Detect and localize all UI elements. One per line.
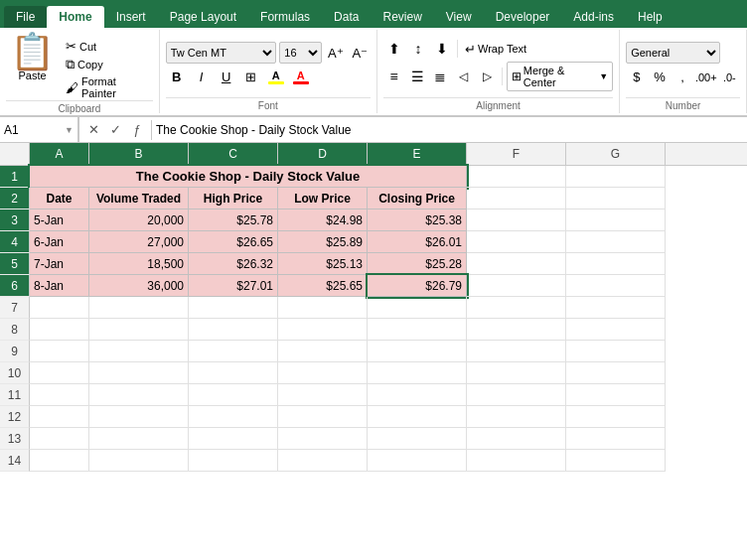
cell-C7[interactable] — [189, 297, 278, 319]
merge-center-button[interactable]: ⊞ Merge & Center ▼ — [507, 62, 613, 91]
italic-button[interactable]: I — [191, 66, 213, 87]
cell-B3[interactable]: 20,000 — [89, 210, 189, 231]
cell-F13[interactable] — [467, 428, 566, 450]
cell-e2[interactable]: Closing Price — [368, 188, 467, 210]
cell-D7[interactable] — [278, 297, 368, 319]
tab-help[interactable]: Help — [626, 6, 674, 28]
cell-c2[interactable]: High Price — [189, 188, 278, 210]
comma-button[interactable]: , — [672, 67, 693, 88]
underline-button[interactable]: U — [216, 66, 237, 87]
cut-button[interactable]: ✂ Cut — [63, 38, 153, 55]
cell-a1[interactable]: The Cookie Shop - Daily Stock Value — [30, 166, 467, 188]
cell-A12[interactable] — [30, 406, 89, 428]
row-header-12[interactable]: 12 — [0, 406, 30, 428]
cell-B9[interactable] — [89, 341, 189, 362]
tab-review[interactable]: Review — [371, 6, 433, 28]
tab-view[interactable]: View — [434, 6, 484, 28]
cell-D14[interactable] — [278, 450, 368, 472]
cell-E10[interactable] — [368, 362, 467, 384]
cell-G8[interactable] — [566, 319, 666, 341]
increase-font-button[interactable]: A⁺ — [325, 42, 346, 64]
cell-E7[interactable] — [368, 297, 467, 319]
cell-B12[interactable] — [89, 406, 189, 428]
tab-page-layout[interactable]: Page Layout — [158, 6, 248, 28]
cell-D9[interactable] — [278, 341, 368, 362]
cell-A13[interactable] — [30, 428, 89, 450]
cell-F12[interactable] — [467, 406, 566, 428]
cell-E12[interactable] — [368, 406, 467, 428]
cell-A10[interactable] — [30, 362, 89, 384]
cell-E5[interactable]: $25.28 — [368, 253, 467, 275]
font-color-button[interactable]: A — [290, 66, 312, 87]
cell-F11[interactable] — [467, 384, 566, 406]
indent-increase-button[interactable]: ▷ — [476, 66, 497, 87]
align-right-button[interactable]: ≣ — [430, 66, 451, 87]
cell-E11[interactable] — [368, 384, 467, 406]
cell-C6[interactable]: $27.01 — [189, 275, 278, 297]
cell-C14[interactable] — [189, 450, 278, 472]
indent-decrease-button[interactable]: ◁ — [453, 66, 474, 87]
align-middle-button[interactable]: ↕ — [407, 38, 429, 60]
row-header-14[interactable]: 14 — [0, 450, 30, 472]
percent-button[interactable]: % — [649, 67, 670, 88]
col-header-a[interactable]: A — [30, 143, 89, 165]
cell-F14[interactable] — [467, 450, 566, 472]
col-header-b[interactable]: B — [89, 143, 189, 165]
tab-insert[interactable]: Insert — [104, 6, 158, 28]
cell-A11[interactable] — [30, 384, 89, 406]
font-size-select[interactable]: 16 — [279, 42, 322, 64]
cell-g1[interactable] — [566, 166, 666, 188]
cell-C5[interactable]: $26.32 — [189, 253, 278, 275]
copy-button[interactable]: ⧉ Copy — [63, 56, 153, 73]
row-header-9[interactable]: 9 — [0, 341, 30, 362]
cell-C9[interactable] — [189, 341, 278, 362]
align-center-button[interactable]: ☰ — [406, 66, 427, 87]
cell-A7[interactable] — [30, 297, 89, 319]
cell-F4[interactable] — [467, 231, 566, 253]
cell-G11[interactable] — [566, 384, 666, 406]
cancel-formula-button[interactable]: ✕ — [83, 120, 103, 140]
cell-C4[interactable]: $26.65 — [189, 231, 278, 253]
cell-D5[interactable]: $25.13 — [278, 253, 368, 275]
font-name-select[interactable]: Tw Cen MT — [166, 42, 277, 64]
cell-ref-dropdown-icon[interactable]: ▼ — [65, 125, 74, 135]
cell-E6[interactable]: $26.79 — [368, 275, 467, 297]
tab-home[interactable]: Home — [47, 6, 103, 28]
cell-G4[interactable] — [566, 231, 666, 253]
increase-decimal-button[interactable]: .00+ — [695, 67, 717, 88]
align-left-button[interactable]: ≡ — [383, 66, 404, 87]
cell-D10[interactable] — [278, 362, 368, 384]
cell-b2[interactable]: Volume Traded — [89, 188, 189, 210]
row-header-6[interactable]: 6 — [0, 275, 30, 297]
cell-B11[interactable] — [89, 384, 189, 406]
cell-C11[interactable] — [189, 384, 278, 406]
cell-B5[interactable]: 18,500 — [89, 253, 189, 275]
cell-E3[interactable]: $25.38 — [368, 210, 467, 231]
cell-B4[interactable]: 27,000 — [89, 231, 189, 253]
cell-B10[interactable] — [89, 362, 189, 384]
borders-button[interactable]: ⊞ — [240, 66, 262, 87]
cell-E4[interactable]: $26.01 — [368, 231, 467, 253]
number-format-select[interactable]: General — [626, 42, 720, 64]
cell-B14[interactable] — [89, 450, 189, 472]
tab-formulas[interactable]: Formulas — [248, 6, 322, 28]
cell-f2[interactable] — [467, 188, 566, 210]
cell-D4[interactable]: $25.89 — [278, 231, 368, 253]
cell-G3[interactable] — [566, 210, 666, 231]
cell-B8[interactable] — [89, 319, 189, 341]
cell-F5[interactable] — [467, 253, 566, 275]
col-header-c[interactable]: C — [189, 143, 278, 165]
cell-G7[interactable] — [566, 297, 666, 319]
cell-F10[interactable] — [467, 362, 566, 384]
cell-A14[interactable] — [30, 450, 89, 472]
cell-B6[interactable]: 36,000 — [89, 275, 189, 297]
decrease-decimal-button[interactable]: .0- — [719, 67, 740, 88]
cell-E8[interactable] — [368, 319, 467, 341]
cell-D12[interactable] — [278, 406, 368, 428]
row-header-2[interactable]: 2 — [0, 188, 30, 210]
paste-button[interactable]: 📋 Paste — [6, 32, 59, 83]
align-top-button[interactable]: ⬆ — [383, 38, 405, 60]
cell-A4[interactable]: 6-Jan — [30, 231, 89, 253]
formula-input[interactable] — [152, 123, 747, 137]
row-header-5[interactable]: 5 — [0, 253, 30, 275]
